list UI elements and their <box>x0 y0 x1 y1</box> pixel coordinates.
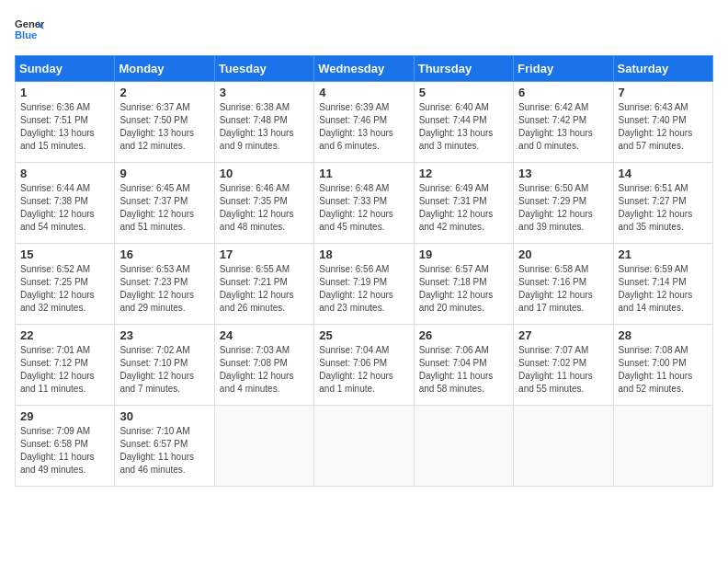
cell-text: Sunrise: 6:59 AMSunset: 7:14 PMDaylight:… <box>619 263 708 315</box>
table-row: 22Sunrise: 7:01 AMSunset: 7:12 PMDayligh… <box>16 325 115 406</box>
cell-text: Sunrise: 6:36 AMSunset: 7:51 PMDaylight:… <box>20 101 109 153</box>
cell-text: Sunrise: 7:08 AMSunset: 7:00 PMDaylight:… <box>619 344 708 396</box>
cell-text: Sunrise: 6:51 AMSunset: 7:27 PMDaylight:… <box>619 182 708 234</box>
week-row-4: 22Sunrise: 7:01 AMSunset: 7:12 PMDayligh… <box>16 325 713 406</box>
logo-icon: General Blue <box>15 15 44 44</box>
table-row: 13Sunrise: 6:50 AMSunset: 7:29 PMDayligh… <box>514 163 613 244</box>
day-number: 30 <box>119 409 209 423</box>
table-row: 27Sunrise: 7:07 AMSunset: 7:02 PMDayligh… <box>514 325 613 406</box>
table-row: 10Sunrise: 6:46 AMSunset: 7:35 PMDayligh… <box>214 163 313 244</box>
cell-text: Sunrise: 6:45 AMSunset: 7:37 PMDaylight:… <box>119 182 209 234</box>
cell-text: Sunrise: 6:49 AMSunset: 7:31 PMDaylight:… <box>419 182 508 234</box>
cell-text: Sunrise: 6:48 AMSunset: 7:33 PMDaylight:… <box>319 182 408 234</box>
table-row <box>214 406 313 487</box>
table-row: 14Sunrise: 6:51 AMSunset: 7:27 PMDayligh… <box>613 163 712 244</box>
table-row: 19Sunrise: 6:57 AMSunset: 7:18 PMDayligh… <box>414 244 513 325</box>
table-row: 26Sunrise: 7:06 AMSunset: 7:04 PMDayligh… <box>414 325 513 406</box>
weekday-header-tuesday: Tuesday <box>214 56 313 82</box>
day-number: 5 <box>419 86 508 99</box>
table-row: 30Sunrise: 7:10 AMSunset: 6:57 PMDayligh… <box>115 406 214 487</box>
day-number: 11 <box>319 167 408 180</box>
cell-text: Sunrise: 7:02 AMSunset: 7:10 PMDaylight:… <box>119 344 209 396</box>
day-number: 1 <box>20 86 109 99</box>
cell-text: Sunrise: 6:44 AMSunset: 7:38 PMDaylight:… <box>20 182 109 234</box>
day-number: 26 <box>419 328 508 342</box>
day-number: 10 <box>220 167 309 180</box>
day-number: 27 <box>518 328 608 342</box>
cell-text: Sunrise: 7:04 AMSunset: 7:06 PMDaylight:… <box>319 344 408 396</box>
cell-text: Sunrise: 7:10 AMSunset: 6:57 PMDaylight:… <box>119 425 209 477</box>
cell-text: Sunrise: 6:46 AMSunset: 7:35 PMDaylight:… <box>220 182 309 234</box>
day-number: 20 <box>518 247 608 261</box>
cell-text: Sunrise: 6:56 AMSunset: 7:19 PMDaylight:… <box>319 263 408 315</box>
weekday-header-thursday: Thursday <box>414 56 513 82</box>
table-row: 4Sunrise: 6:39 AMSunset: 7:46 PMDaylight… <box>314 82 414 163</box>
calendar-table: SundayMondayTuesdayWednesdayThursdayFrid… <box>15 55 713 487</box>
day-number: 9 <box>119 167 209 180</box>
table-row <box>414 406 513 487</box>
day-number: 29 <box>20 409 109 423</box>
cell-text: Sunrise: 6:50 AMSunset: 7:29 PMDaylight:… <box>518 182 608 234</box>
weekday-header-saturday: Saturday <box>613 56 712 82</box>
table-row <box>314 406 414 487</box>
table-row: 25Sunrise: 7:04 AMSunset: 7:06 PMDayligh… <box>314 325 414 406</box>
day-number: 23 <box>119 328 209 342</box>
day-number: 28 <box>619 328 708 342</box>
table-row: 7Sunrise: 6:43 AMSunset: 7:40 PMDaylight… <box>613 82 712 163</box>
table-row: 6Sunrise: 6:42 AMSunset: 7:42 PMDaylight… <box>514 82 613 163</box>
table-row: 28Sunrise: 7:08 AMSunset: 7:00 PMDayligh… <box>613 325 712 406</box>
weekday-header-friday: Friday <box>514 56 613 82</box>
weekday-header-monday: Monday <box>115 56 214 82</box>
table-row: 9Sunrise: 6:45 AMSunset: 7:37 PMDaylight… <box>115 163 214 244</box>
cell-text: Sunrise: 6:57 AMSunset: 7:18 PMDaylight:… <box>419 263 508 315</box>
table-row: 17Sunrise: 6:55 AMSunset: 7:21 PMDayligh… <box>214 244 313 325</box>
table-row: 29Sunrise: 7:09 AMSunset: 6:58 PMDayligh… <box>16 406 115 487</box>
table-row: 20Sunrise: 6:58 AMSunset: 7:16 PMDayligh… <box>514 244 613 325</box>
table-row: 8Sunrise: 6:44 AMSunset: 7:38 PMDaylight… <box>16 163 115 244</box>
cell-text: Sunrise: 6:55 AMSunset: 7:21 PMDaylight:… <box>220 263 309 315</box>
cell-text: Sunrise: 6:53 AMSunset: 7:23 PMDaylight:… <box>119 263 209 315</box>
week-row-2: 8Sunrise: 6:44 AMSunset: 7:38 PMDaylight… <box>16 163 713 244</box>
day-number: 12 <box>419 167 508 180</box>
week-row-1: 1Sunrise: 6:36 AMSunset: 7:51 PMDaylight… <box>16 82 713 163</box>
day-number: 17 <box>220 247 309 261</box>
day-number: 6 <box>518 86 608 99</box>
day-number: 2 <box>119 86 209 99</box>
table-row: 1Sunrise: 6:36 AMSunset: 7:51 PMDaylight… <box>16 82 115 163</box>
day-number: 24 <box>220 328 309 342</box>
weekday-header-row: SundayMondayTuesdayWednesdayThursdayFrid… <box>16 56 713 82</box>
day-number: 7 <box>619 86 708 99</box>
table-row: 3Sunrise: 6:38 AMSunset: 7:48 PMDaylight… <box>214 82 313 163</box>
table-row: 23Sunrise: 7:02 AMSunset: 7:10 PMDayligh… <box>115 325 214 406</box>
table-row: 11Sunrise: 6:48 AMSunset: 7:33 PMDayligh… <box>314 163 414 244</box>
table-row <box>514 406 613 487</box>
cell-text: Sunrise: 7:07 AMSunset: 7:02 PMDaylight:… <box>518 344 608 396</box>
table-row <box>613 406 712 487</box>
day-number: 15 <box>20 247 109 261</box>
table-row: 18Sunrise: 6:56 AMSunset: 7:19 PMDayligh… <box>314 244 414 325</box>
table-row: 16Sunrise: 6:53 AMSunset: 7:23 PMDayligh… <box>115 244 214 325</box>
week-row-5: 29Sunrise: 7:09 AMSunset: 6:58 PMDayligh… <box>16 406 713 487</box>
day-number: 13 <box>518 167 608 180</box>
weekday-header-sunday: Sunday <box>16 56 115 82</box>
table-row: 15Sunrise: 6:52 AMSunset: 7:25 PMDayligh… <box>16 244 115 325</box>
cell-text: Sunrise: 6:40 AMSunset: 7:44 PMDaylight:… <box>419 101 508 153</box>
cell-text: Sunrise: 6:52 AMSunset: 7:25 PMDaylight:… <box>20 263 109 315</box>
day-number: 18 <box>319 247 408 261</box>
week-row-3: 15Sunrise: 6:52 AMSunset: 7:25 PMDayligh… <box>16 244 713 325</box>
logo: General Blue <box>15 15 44 44</box>
svg-text:Blue: Blue <box>15 29 37 40</box>
cell-text: Sunrise: 6:58 AMSunset: 7:16 PMDaylight:… <box>518 263 608 315</box>
day-number: 21 <box>619 247 708 261</box>
table-row: 21Sunrise: 6:59 AMSunset: 7:14 PMDayligh… <box>613 244 712 325</box>
cell-text: Sunrise: 6:43 AMSunset: 7:40 PMDaylight:… <box>619 101 708 153</box>
day-number: 25 <box>319 328 408 342</box>
cell-text: Sunrise: 6:38 AMSunset: 7:48 PMDaylight:… <box>220 101 309 153</box>
cell-text: Sunrise: 7:01 AMSunset: 7:12 PMDaylight:… <box>20 344 109 396</box>
day-number: 16 <box>119 247 209 261</box>
cell-text: Sunrise: 7:06 AMSunset: 7:04 PMDaylight:… <box>419 344 508 396</box>
day-number: 22 <box>20 328 109 342</box>
cell-text: Sunrise: 7:09 AMSunset: 6:58 PMDaylight:… <box>20 425 109 477</box>
cell-text: Sunrise: 6:37 AMSunset: 7:50 PMDaylight:… <box>119 101 209 153</box>
day-number: 3 <box>220 86 309 99</box>
